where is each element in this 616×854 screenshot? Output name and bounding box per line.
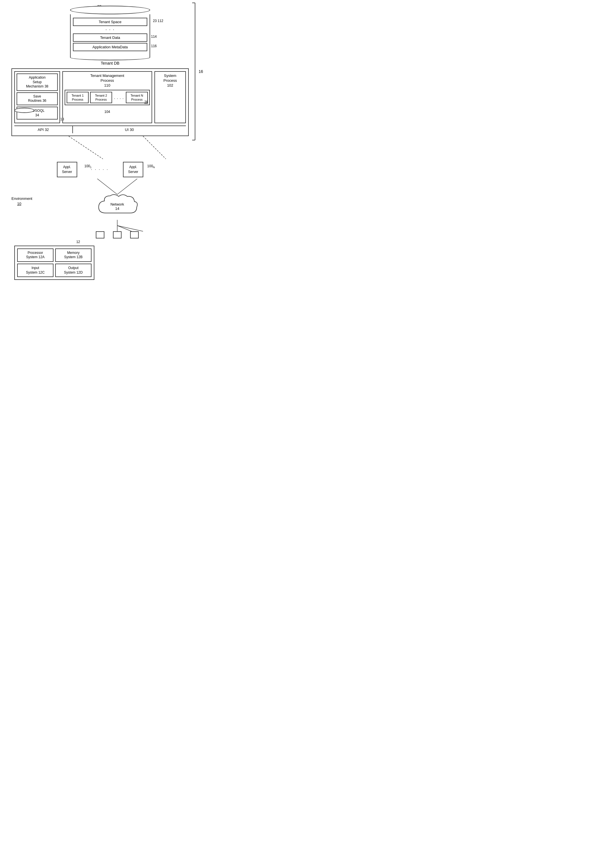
serverN-wrap: Appl.Server 100N [123,162,143,177]
input-system-box: InputSystem 12C [17,264,53,277]
tenant-db-caption: Tenant DB [70,61,150,66]
app-setup-label: ApplicationSetupMechanism 38 [26,75,48,88]
env-network-section: Environment 10 Network14 [11,179,189,238]
right-section: Tenant ManagementProcess110 Tenant 1Proc… [63,71,186,123]
network-text: Network14 [110,202,124,211]
bottom-system-section: 12 ProcessorSystem 12A MemorySystem 12B … [11,243,97,280]
client-device-1 [96,231,104,238]
main-box-inner: ApplicationSetupMechanism 38 SaveRoutine… [14,71,186,123]
server1-num: 1001 [84,164,91,169]
environment-label-wrap: Environment 10 [11,196,46,206]
svg-line-6 [117,226,143,231]
svg-line-0 [69,136,103,159]
num-104: 104 [65,110,150,114]
num-16: 16 [198,69,203,74]
num-116: 116 [151,44,157,48]
memory-system-label: MemorySystem 12B [64,251,83,259]
output-system-box: OutputSystem 12D [55,264,91,277]
tenant-mgmt-title: Tenant ManagementProcess110 [65,73,150,88]
serverN-num: 100N [147,164,155,169]
processor-system-box: ProcessorSystem 12A [17,249,53,262]
tenant-data-box: Tenant Data 114 [73,34,147,42]
app-metadata-box: Application MetaData 116 [73,43,147,51]
diagram: 22 Tenant Space 23 112 · · · Tenant Data… [0,0,206,288]
system-proc-label: SystemProcess102 [163,73,177,87]
num-28: 28 [145,100,148,104]
ui-label: UI 30 [125,128,134,132]
num-114: 114 [151,35,157,39]
cylinder-top [70,6,150,14]
environment-label: Environment [11,197,32,201]
tenant-proc-row: Tenant 1Process Tenant 2Process . . . . … [65,90,150,105]
serverN-box: Appl.Server [123,162,143,177]
dashed-lines-svg [11,136,200,162]
bottom-sys-box: ProcessorSystem 12A MemorySystem 12B Inp… [14,246,95,280]
cylinder-body: Tenant Space 23 112 · · · Tenant Data 11… [70,14,150,55]
serverN-label: Appl.Server [128,165,138,174]
system-proc-box: SystemProcess102 [154,71,186,123]
tenant1-label: Tenant 1Process [72,94,84,101]
output-system-label: OutputSystem 12D [64,266,83,274]
memory-system-box: MemorySystem 12B [55,249,91,262]
main-application-box: ApplicationSetupMechanism 38 SaveRoutine… [11,68,189,136]
bracket-svg [189,0,198,143]
servers-row: Appl.Server 1001 . . . . . Appl.Server 1… [11,162,189,177]
server-dots: . . . . . [91,166,109,171]
num-112: 112 [157,19,163,23]
tenant2-label: Tenant 2Process [95,94,107,101]
dashed-section [11,136,189,162]
api-box: API 32 [14,126,73,133]
left-column: ApplicationSetupMechanism 38 SaveRoutine… [14,71,60,123]
svg-line-2 [97,179,117,194]
api-ui-bar: API 32 UI 30 [14,125,186,133]
save-routines-label: SaveRoutines 36 [28,95,46,103]
api-label: API 32 [38,128,49,132]
tenant-space-box: Tenant Space 23 112 [73,18,147,26]
tenant-mgmt-label: Tenant ManagementProcess110 [90,73,124,87]
tenant-space-label: Tenant Space [99,20,122,24]
bracket-16-wrap: 16 [189,0,203,143]
app-setup-box: ApplicationSetupMechanism 38 [17,73,58,91]
tenant-data-label: Tenant Data [100,35,120,40]
server1-label: Appl.Server [62,165,72,174]
num-23: 23 [153,19,157,23]
sys-cylinder-top [14,108,34,113]
cylinder-bottom [70,55,150,60]
environment-num: 10 [17,201,21,206]
num-12-top: 12 [76,240,80,244]
client-devices-row [96,231,139,238]
tenant-mgmt-box: Tenant ManagementProcess110 Tenant 1Proc… [63,71,152,123]
db-dots: · · · [73,27,147,32]
cloud-wrap: Network14 [95,193,140,220]
app-metadata-label: Application MetaData [92,45,128,49]
tenant1-proc-box: Tenant 1Process [67,92,88,104]
network-label: Network14 [110,202,124,211]
tenantN-label: Tenant NProcess [131,94,143,101]
tenant2-proc-box: Tenant 2Process [90,92,112,104]
server1-box: Appl.Server [57,162,77,177]
client-device-2 [113,231,122,238]
tenant-dots: . . . . [114,92,124,104]
processor-system-label: ProcessorSystem 12A [26,251,44,259]
save-routines-box: SaveRoutines 36 [17,92,58,105]
network-section: Network14 [46,179,189,238]
input-system-label: InputSystem 12C [26,266,44,274]
ui-box: UI 30 [73,126,186,133]
svg-line-3 [117,179,137,194]
client-device-3 [130,231,139,238]
svg-line-1 [143,136,166,159]
server1-wrap: Appl.Server 1001 . . . . . [57,162,77,177]
